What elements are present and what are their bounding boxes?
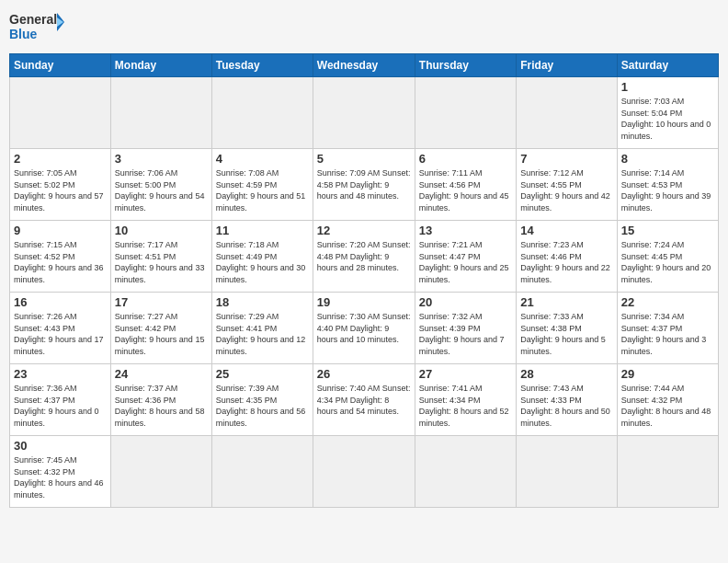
day-cell: 4Sunrise: 7:08 AM Sunset: 4:59 PM Daylig…: [211, 149, 313, 221]
day-info: Sunrise: 7:32 AM Sunset: 4:39 PM Dayligh…: [419, 311, 512, 357]
day-cell: 18Sunrise: 7:29 AM Sunset: 4:41 PM Dayli…: [211, 293, 313, 364]
day-info: Sunrise: 7:03 AM Sunset: 5:04 PM Dayligh…: [621, 96, 714, 142]
day-number: 20: [419, 295, 512, 309]
day-number: 21: [520, 295, 612, 309]
day-cell: 30Sunrise: 7:45 AM Sunset: 4:32 PM Dayli…: [10, 436, 111, 508]
week-row-5: 23Sunrise: 7:36 AM Sunset: 4:37 PM Dayli…: [10, 364, 719, 436]
day-number: 25: [216, 367, 309, 381]
day-info: Sunrise: 7:23 AM Sunset: 4:46 PM Dayligh…: [520, 239, 612, 285]
day-info: Sunrise: 7:21 AM Sunset: 4:47 PM Dayligh…: [419, 239, 512, 285]
day-number: 12: [317, 224, 411, 237]
day-cell: 15Sunrise: 7:24 AM Sunset: 4:45 PM Dayli…: [617, 221, 718, 293]
day-cell: 1Sunrise: 7:03 AM Sunset: 5:04 PM Daylig…: [617, 77, 718, 149]
day-cell: 10Sunrise: 7:17 AM Sunset: 4:51 PM Dayli…: [110, 221, 211, 293]
day-number: 2: [14, 152, 107, 166]
weekday-header-thursday: Thursday: [415, 54, 516, 77]
day-info: Sunrise: 7:20 AM Sunset: 4:48 PM Dayligh…: [317, 239, 411, 274]
day-cell: 9Sunrise: 7:15 AM Sunset: 4:52 PM Daylig…: [10, 221, 111, 293]
day-number: 9: [14, 224, 107, 237]
day-info: Sunrise: 7:24 AM Sunset: 4:45 PM Dayligh…: [621, 239, 714, 285]
day-info: Sunrise: 7:26 AM Sunset: 4:43 PM Dayligh…: [14, 311, 107, 357]
weekday-header-monday: Monday: [110, 54, 211, 77]
logo: General Blue: [9, 9, 64, 46]
day-number: 15: [621, 224, 714, 237]
day-cell: 19Sunrise: 7:30 AM Sunset: 4:40 PM Dayli…: [313, 293, 415, 364]
logo-svg: General Blue: [9, 9, 64, 46]
day-number: 29: [621, 367, 714, 381]
day-info: Sunrise: 7:41 AM Sunset: 4:34 PM Dayligh…: [419, 383, 512, 429]
day-number: 13: [419, 224, 512, 237]
day-cell: 22Sunrise: 7:34 AM Sunset: 4:37 PM Dayli…: [617, 293, 718, 364]
day-cell: [313, 77, 415, 149]
day-info: Sunrise: 7:44 AM Sunset: 4:32 PM Dayligh…: [621, 383, 714, 429]
day-cell: 11Sunrise: 7:18 AM Sunset: 4:49 PM Dayli…: [211, 221, 313, 293]
header: General Blue: [9, 9, 719, 46]
day-cell: 21Sunrise: 7:33 AM Sunset: 4:38 PM Dayli…: [517, 293, 617, 364]
day-info: Sunrise: 7:17 AM Sunset: 4:51 PM Dayligh…: [115, 239, 208, 285]
day-info: Sunrise: 7:27 AM Sunset: 4:42 PM Dayligh…: [115, 311, 208, 357]
day-number: 26: [317, 367, 411, 381]
day-info: Sunrise: 7:37 AM Sunset: 4:36 PM Dayligh…: [115, 383, 208, 429]
calendar-table: SundayMondayTuesdayWednesdayThursdayFrid…: [9, 53, 719, 508]
week-row-4: 16Sunrise: 7:26 AM Sunset: 4:43 PM Dayli…: [10, 293, 719, 364]
day-cell: [110, 436, 211, 508]
day-info: Sunrise: 7:06 AM Sunset: 5:00 PM Dayligh…: [115, 167, 208, 213]
day-info: Sunrise: 7:11 AM Sunset: 4:56 PM Dayligh…: [419, 167, 512, 213]
weekday-header-row: SundayMondayTuesdayWednesdayThursdayFrid…: [10, 54, 719, 77]
day-info: Sunrise: 7:39 AM Sunset: 4:35 PM Dayligh…: [216, 383, 309, 429]
day-number: 8: [621, 152, 714, 166]
day-cell: [415, 77, 516, 149]
week-row-6: 30Sunrise: 7:45 AM Sunset: 4:32 PM Dayli…: [10, 436, 719, 508]
day-number: 10: [115, 224, 208, 237]
day-info: Sunrise: 7:30 AM Sunset: 4:40 PM Dayligh…: [317, 311, 411, 346]
day-cell: [10, 77, 111, 149]
day-cell: 16Sunrise: 7:26 AM Sunset: 4:43 PM Dayli…: [10, 293, 111, 364]
day-cell: 28Sunrise: 7:43 AM Sunset: 4:33 PM Dayli…: [517, 364, 617, 436]
weekday-header-tuesday: Tuesday: [211, 54, 313, 77]
day-number: 3: [115, 152, 208, 166]
calendar-page: General Blue SundayMondayTuesdayWednesda…: [0, 0, 728, 563]
day-info: Sunrise: 7:15 AM Sunset: 4:52 PM Dayligh…: [14, 239, 107, 285]
day-cell: [211, 77, 313, 149]
day-info: Sunrise: 7:05 AM Sunset: 5:02 PM Dayligh…: [14, 167, 107, 213]
day-cell: 17Sunrise: 7:27 AM Sunset: 4:42 PM Dayli…: [110, 293, 211, 364]
day-cell: 8Sunrise: 7:14 AM Sunset: 4:53 PM Daylig…: [617, 149, 718, 221]
day-cell: 7Sunrise: 7:12 AM Sunset: 4:55 PM Daylig…: [517, 149, 617, 221]
day-cell: 2Sunrise: 7:05 AM Sunset: 5:02 PM Daylig…: [10, 149, 111, 221]
day-cell: 12Sunrise: 7:20 AM Sunset: 4:48 PM Dayli…: [313, 221, 415, 293]
week-row-1: 1Sunrise: 7:03 AM Sunset: 5:04 PM Daylig…: [10, 77, 719, 149]
day-cell: 20Sunrise: 7:32 AM Sunset: 4:39 PM Dayli…: [415, 293, 516, 364]
day-info: Sunrise: 7:36 AM Sunset: 4:37 PM Dayligh…: [14, 383, 107, 429]
day-info: Sunrise: 7:14 AM Sunset: 4:53 PM Dayligh…: [621, 167, 714, 213]
day-number: 4: [216, 152, 309, 166]
day-cell: [313, 436, 415, 508]
day-number: 14: [520, 224, 612, 237]
week-row-3: 9Sunrise: 7:15 AM Sunset: 4:52 PM Daylig…: [10, 221, 719, 293]
day-cell: [110, 77, 211, 149]
day-cell: [211, 436, 313, 508]
day-number: 17: [115, 295, 208, 309]
day-info: Sunrise: 7:29 AM Sunset: 4:41 PM Dayligh…: [216, 311, 309, 357]
day-number: 27: [419, 367, 512, 381]
day-number: 19: [317, 295, 411, 309]
day-number: 23: [14, 367, 107, 381]
day-number: 22: [621, 295, 714, 309]
day-cell: 23Sunrise: 7:36 AM Sunset: 4:37 PM Dayli…: [10, 364, 111, 436]
day-number: 16: [14, 295, 107, 309]
day-cell: 6Sunrise: 7:11 AM Sunset: 4:56 PM Daylig…: [415, 149, 516, 221]
day-info: Sunrise: 7:40 AM Sunset: 4:34 PM Dayligh…: [317, 383, 411, 418]
day-info: Sunrise: 7:18 AM Sunset: 4:49 PM Dayligh…: [216, 239, 309, 285]
day-cell: 26Sunrise: 7:40 AM Sunset: 4:34 PM Dayli…: [313, 364, 415, 436]
day-number: 6: [419, 152, 512, 166]
day-number: 1: [621, 80, 714, 94]
day-info: Sunrise: 7:09 AM Sunset: 4:58 PM Dayligh…: [317, 167, 411, 202]
day-cell: [517, 77, 617, 149]
day-info: Sunrise: 7:45 AM Sunset: 4:32 PM Dayligh…: [14, 454, 107, 500]
day-cell: [517, 436, 617, 508]
day-cell: 27Sunrise: 7:41 AM Sunset: 4:34 PM Dayli…: [415, 364, 516, 436]
day-number: 28: [520, 367, 612, 381]
week-row-2: 2Sunrise: 7:05 AM Sunset: 5:02 PM Daylig…: [10, 149, 719, 221]
day-cell: 24Sunrise: 7:37 AM Sunset: 4:36 PM Dayli…: [110, 364, 211, 436]
day-cell: [617, 436, 718, 508]
weekday-header-saturday: Saturday: [617, 54, 718, 77]
